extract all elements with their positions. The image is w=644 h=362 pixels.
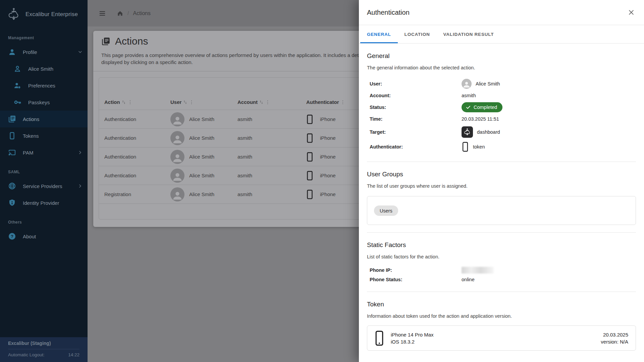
field-account: Account: asmith [367,89,636,101]
section-label-others: Others [0,211,88,228]
sidebar-item-profile[interactable]: Profile [0,44,88,60]
menu-icon[interactable] [99,10,106,17]
target-value: dashboard [477,129,500,135]
token-os: iOS 18.3.2 [391,338,434,345]
sidebar-item-label: PAM [23,150,33,156]
field-phone-status: Phone Status: online [367,275,636,284]
divider [367,162,636,162]
environment-label: Excalibur (Staging) [8,341,79,349]
token-card: iPhone 14 Pro Max iOS 18.3.2 20.03.2025 … [367,325,636,351]
cell-action: Registration [104,191,170,197]
sort-icon[interactable] [259,100,264,105]
excalibur-target-icon [462,126,473,138]
tab-validation-result[interactable]: VALIDATION RESULT [437,25,501,43]
column-header-user[interactable]: User [170,99,237,105]
token-version: version: N/A [601,338,628,345]
sort-icon[interactable] [182,100,188,105]
field-user: User: Alice Smith [367,78,636,89]
sidebar-item-passkeys[interactable]: Passkeys [0,94,88,111]
general-description: The general information about the select… [367,65,636,70]
cell-user: Alice Smith [189,135,214,141]
person-gear-icon [13,81,21,89]
breadcrumb-separator: / [127,10,129,16]
avatar [170,187,184,201]
column-menu-icon[interactable] [340,100,345,105]
cell-action: Authentication [104,173,170,178]
field-target: Target: dashboard [367,125,636,139]
sidebar-item-label: About [23,234,36,239]
authenticator-value: token [473,144,485,149]
field-status: Status: Completed [367,101,636,113]
person-outline-icon [13,65,21,73]
drawer-tabs: GENERAL LOCATION VALIDATION RESULT [359,25,644,44]
divider [367,292,636,292]
cell-account: asmith [237,116,306,122]
avatar [462,79,472,89]
chevron-down-icon [77,49,83,55]
cell-authenticator: iPhone [320,191,336,197]
cell-account: asmith [237,135,306,141]
phone-ip-redacted [462,267,494,274]
phone-icon [306,189,313,199]
globe-icon [8,182,16,190]
cell-account: asmith [237,154,306,160]
general-fields: User: Alice Smith Account: asmith Status… [367,78,636,154]
drawer-header: Authentication [359,0,644,25]
library-icon [8,115,16,123]
phone-icon [306,171,313,181]
sidebar-item-service-providers[interactable]: Service Providers [0,178,88,194]
static-factors-heading: Static Factors [367,241,636,249]
sidebar-item-actions[interactable]: Actions [0,111,88,127]
drawer-title: Authentication [367,9,410,16]
section-label-saml: SAML [0,161,88,178]
auto-logout-label: Automatic Logout: [8,352,45,357]
person-icon [172,134,182,144]
column-header-action[interactable]: Action [104,99,170,105]
column-header-account[interactable]: Account [237,99,306,105]
tab-location[interactable]: LOCATION [398,25,437,43]
column-menu-icon[interactable] [189,100,194,105]
column-menu-icon[interactable] [265,100,270,105]
excalibur-logo-icon [7,7,21,21]
avatar [170,131,184,145]
drawer-body: General The general information about th… [359,52,644,351]
avatar [170,169,184,183]
sidebar-item-tokens[interactable]: Tokens [0,127,88,144]
cell-account: asmith [237,173,306,178]
user-value: Alice Smith [476,81,500,86]
sidebar-item-label: Passkeys [28,100,50,105]
cell-user: Alice Smith [189,116,214,122]
chevron-right-icon [77,183,83,189]
person-icon [172,190,182,200]
column-menu-icon[interactable] [127,100,133,105]
cell-user: Alice Smith [189,173,214,178]
breadcrumb-page: Actions [133,10,150,16]
close-icon[interactable] [628,9,635,16]
sidebar-item-label: Actions [23,116,39,122]
avatar [170,150,184,164]
sidebar-item-preferences[interactable]: Preferences [0,77,88,94]
home-icon[interactable] [117,10,123,17]
sidebar-item-about[interactable]: ? About [0,228,88,245]
tab-general[interactable]: GENERAL [360,25,398,43]
sidebar-item-pam[interactable]: PAM [0,144,88,161]
sidebar-item-alice-smith[interactable]: Alice Smith [0,60,88,77]
cell-action: Authentication [104,154,170,160]
sidebar-item-identity-provider[interactable]: Identity Provider [0,194,88,211]
person-icon [172,153,182,163]
sidebar-item-label: Tokens [23,133,39,139]
person-icon [463,81,470,88]
cell-authenticator: iPhone [320,135,336,141]
sort-icon[interactable] [121,100,126,105]
svg-text:?: ? [11,234,13,239]
library-icon [101,37,110,46]
token-description: Information about token used for the act… [367,313,636,319]
cell-authenticator: iPhone [320,116,336,122]
user-groups-heading: User Groups [367,171,636,178]
brand-title: Excalibur Enterprise [25,11,78,18]
brand: Excalibur Enterprise [0,0,88,27]
sidebar-item-label: Identity Provider [23,200,59,206]
token-date: 20.03.2025 [601,331,628,338]
sidebar-item-label: Service Providers [23,183,62,189]
status-badge: Completed [462,102,502,112]
